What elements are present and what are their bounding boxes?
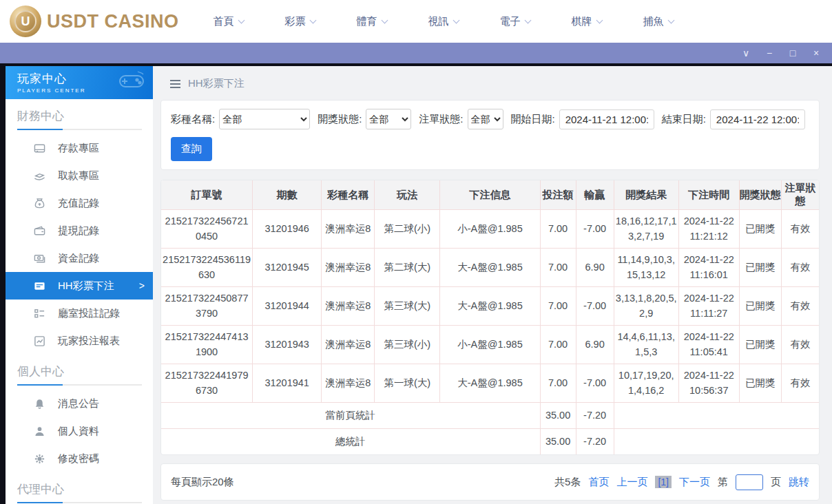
cell-play-type: 第三球(大) [375, 287, 440, 326]
coin-letter: U [14, 10, 37, 32]
draw-status-select[interactable]: 全部 [366, 109, 411, 129]
hamburger-menu-icon[interactable] [170, 80, 180, 88]
summary-empty [614, 403, 819, 429]
sidebar-item-1-1[interactable]: 個人資料 [6, 417, 153, 445]
nav-item-3[interactable]: 視訊 [408, 15, 479, 28]
chevron-down-icon [309, 17, 316, 23]
gear-icon [34, 452, 46, 465]
cell-bet-amount: 7.00 [540, 326, 576, 364]
summary-label: 總統計 [161, 429, 541, 455]
sidebar-item-label: 充值記錄 [58, 197, 99, 210]
wallet-icon [34, 224, 46, 237]
summary-bet-total: 35.00 [540, 403, 576, 429]
next-page-link[interactable]: 下一页 [679, 476, 710, 489]
sidebar-item-label: 修改密碼 [58, 452, 99, 465]
end-date-label: 結束日期: [662, 113, 706, 126]
sidebar-item-1-0[interactable]: 消息公告 [6, 390, 153, 417]
summary-row: 總統計35.00-7.20 [161, 429, 820, 455]
sidebar-item-label: 個人資料 [58, 425, 99, 438]
chevron-right-icon: > [139, 280, 145, 291]
page-title: HH彩票下注 [188, 77, 245, 90]
sidebar-item-label: HH彩票下注 [58, 280, 114, 293]
sidebar-item-0-3[interactable]: 提現記錄 [6, 217, 153, 244]
cell-win-loss: -7.00 [576, 364, 614, 403]
sidebar-item-0-0[interactable]: 存款專區 [6, 134, 153, 162]
minimize-icon[interactable]: − [765, 48, 774, 58]
top-navbar: U USDT CASINO 首頁彩票體育視訊電子棋牌捕魚 [0, 0, 832, 43]
table-row: 215217322441979673031201941澳洲幸运8第一球(大)大-… [161, 364, 820, 403]
close-icon[interactable]: × [811, 48, 821, 58]
chevron-down-icon [381, 17, 388, 23]
section-title: 個人中心 [6, 355, 153, 384]
window-title-bar: ∨−□× [0, 43, 832, 63]
cell-bet-info: 小-A盤@1.985 [440, 210, 540, 249]
page-size-text: 每頁顯示20條 [171, 476, 234, 489]
cell-win-loss: 6.90 [576, 326, 614, 364]
moneybag-icon [34, 197, 46, 209]
cell-bet-amount: 7.00 [540, 249, 576, 287]
section-title: 代理中心 [6, 472, 153, 502]
user-icon [34, 425, 46, 437]
site-logo[interactable]: U USDT CASINO [0, 6, 179, 37]
lottery-name-select[interactable]: 全部 [219, 109, 310, 129]
site-title: USDT CASINO [47, 11, 179, 32]
cell-draw-status: 已開獎 [739, 210, 781, 249]
cell-draw-status: 已開獎 [739, 287, 781, 326]
search-button[interactable]: 查詢 [171, 137, 212, 161]
cell-bet-amount: 7.00 [540, 287, 576, 326]
jump-prefix-label: 第 [718, 476, 728, 489]
order-status-select[interactable]: 全部 [468, 109, 503, 129]
nav-item-4[interactable]: 電子 [479, 15, 551, 28]
sidebar-item-0-5[interactable]: HH彩票下注> [6, 272, 153, 300]
sidebar-item-0-7[interactable]: 玩家投注報表 [6, 327, 153, 355]
sidebar-item-1-2[interactable]: 修改密碼 [6, 445, 153, 472]
col-header-play-type: 玩法 [375, 180, 440, 210]
jump-button[interactable]: 跳转 [789, 476, 809, 489]
chevron-down-icon [453, 17, 459, 23]
cell-bet-time: 2024-11-22 11:11:27 [678, 287, 739, 326]
chevron-down-icon [596, 17, 603, 23]
bets-table-panel: 訂單號期數彩種名稱玩法下注信息投注額輸贏開獎結果下注時間開獎狀態注單狀態 215… [160, 180, 820, 455]
cell-bet-amount: 7.00 [540, 364, 576, 403]
cell-draw-result: 10,17,19,20,1,4,16,2 [614, 364, 678, 403]
nav-item-6[interactable]: 捕魚 [623, 15, 694, 28]
summary-winloss-total: -7.20 [576, 403, 614, 429]
sidebar-item-0-4[interactable]: 資金記錄 [6, 244, 153, 272]
nav-item-5[interactable]: 棋牌 [551, 15, 623, 28]
sidebar-item-0-2[interactable]: 充值記錄 [6, 189, 153, 217]
table-row: 215217322447413190031201943澳洲幸运8第三球(小)小-… [161, 326, 820, 364]
cell-period: 31201941 [253, 364, 322, 403]
end-date-input[interactable] [710, 109, 805, 129]
cell-bet-time: 2024-11-22 11:16:01 [678, 249, 739, 287]
nav-item-0[interactable]: 首頁 [193, 15, 264, 28]
summary-bet-total: 35.00 [540, 429, 576, 455]
cell-lottery-name: 澳洲幸运8 [322, 210, 375, 249]
page-jump-input[interactable] [736, 474, 763, 490]
sidebar-item-label: 消息公告 [58, 397, 99, 410]
cell-order-no: 2152173224508773790 [161, 287, 253, 326]
cell-order-no: 2152173224474131900 [161, 326, 253, 364]
cell-draw-result: 14,4,6,11,13,1,5,3 [614, 326, 678, 364]
start-date-input[interactable] [559, 109, 654, 129]
nav-item-label: 電子 [500, 15, 521, 28]
checklist-icon [34, 307, 46, 319]
first-page-link[interactable]: 首页 [588, 476, 609, 489]
sidebar-item-0-6[interactable]: 廳室投註記錄 [6, 300, 153, 327]
nav-item-2[interactable]: 體育 [336, 15, 408, 28]
start-date-label: 開始日期: [511, 113, 555, 126]
summary-empty [614, 429, 819, 455]
prev-page-link[interactable]: 上一页 [616, 476, 647, 489]
cell-bet-time: 2024-11-22 10:56:37 [678, 364, 739, 403]
withdraw-hand-icon [34, 169, 46, 182]
total-count-text: 共5条 [554, 476, 581, 489]
maximize-icon[interactable]: □ [788, 48, 798, 58]
cell-period: 31201943 [253, 326, 322, 364]
nav-item-1[interactable]: 彩票 [264, 15, 336, 28]
jump-suffix-label: 页 [771, 476, 781, 489]
cell-bet-info: 大-A盤@1.985 [440, 287, 540, 326]
sidebar-item-0-1[interactable]: 取款專區 [6, 162, 153, 189]
cell-bet-time: 2024-11-22 11:05:41 [678, 326, 739, 364]
lottery-ticket-icon [34, 280, 46, 292]
chevron-down-icon[interactable]: ∨ [741, 48, 751, 58]
bets-table: 訂單號期數彩種名稱玩法下注信息投注額輸贏開獎結果下注時間開獎狀態注單狀態 215… [160, 180, 820, 455]
